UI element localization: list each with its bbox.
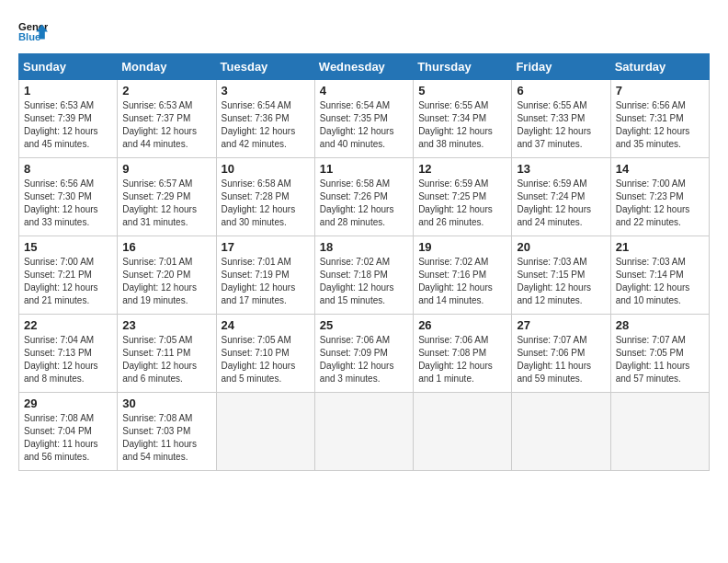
- day-number: 1: [24, 84, 112, 98]
- calendar-cell: 19Sunrise: 7:02 AMSunset: 7:16 PMDayligh…: [414, 236, 512, 315]
- calendar-cell: [414, 393, 512, 471]
- logo: General Blue: [18, 18, 24, 44]
- day-number: 3: [222, 84, 310, 98]
- cell-info: Sunrise: 6:56 AMSunset: 7:31 PMDaylight:…: [616, 99, 704, 151]
- calendar-cell: 24Sunrise: 7:05 AMSunset: 7:10 PMDayligh…: [216, 315, 314, 393]
- page-header: General Blue: [18, 18, 710, 44]
- cell-info: Sunrise: 7:04 AMSunset: 7:13 PMDaylight:…: [24, 334, 112, 385]
- calendar-week-1: 1Sunrise: 6:53 AMSunset: 7:39 PMDaylight…: [19, 80, 710, 158]
- day-number: 17: [222, 240, 310, 254]
- cell-info: Sunrise: 6:53 AMSunset: 7:39 PMDaylight:…: [24, 99, 112, 151]
- cell-info: Sunrise: 7:03 AMSunset: 7:15 PMDaylight:…: [517, 256, 605, 307]
- calendar-table: SundayMondayTuesdayWednesdayThursdayFrid…: [18, 53, 710, 471]
- cell-info: Sunrise: 6:55 AMSunset: 7:33 PMDaylight:…: [517, 99, 605, 151]
- calendar-cell: 8Sunrise: 6:56 AMSunset: 7:30 PMDaylight…: [19, 158, 118, 236]
- day-number: 22: [24, 318, 112, 332]
- cell-info: Sunrise: 7:05 AMSunset: 7:11 PMDaylight:…: [122, 334, 210, 385]
- cell-info: Sunrise: 7:08 AMSunset: 7:04 PMDaylight:…: [24, 412, 112, 464]
- calendar-cell: 10Sunrise: 6:58 AMSunset: 7:28 PMDayligh…: [216, 158, 314, 236]
- calendar-cell: 25Sunrise: 7:06 AMSunset: 7:09 PMDayligh…: [314, 315, 413, 393]
- weekday-header-monday: Monday: [118, 54, 216, 80]
- day-number: 29: [24, 396, 112, 410]
- day-number: 30: [122, 396, 210, 410]
- calendar-cell: 15Sunrise: 7:00 AMSunset: 7:21 PMDayligh…: [19, 236, 118, 315]
- cell-info: Sunrise: 7:01 AMSunset: 7:20 PMDaylight:…: [122, 256, 210, 307]
- cell-info: Sunrise: 7:03 AMSunset: 7:14 PMDaylight:…: [616, 256, 704, 307]
- weekday-header-friday: Friday: [512, 54, 610, 80]
- cell-info: Sunrise: 6:54 AMSunset: 7:35 PMDaylight:…: [320, 99, 408, 151]
- calendar-cell: 11Sunrise: 6:58 AMSunset: 7:26 PMDayligh…: [314, 158, 413, 236]
- calendar-cell: 29Sunrise: 7:08 AMSunset: 7:04 PMDayligh…: [19, 393, 118, 471]
- calendar-week-2: 8Sunrise: 6:56 AMSunset: 7:30 PMDaylight…: [19, 158, 710, 236]
- weekday-header-saturday: Saturday: [610, 54, 709, 80]
- cell-info: Sunrise: 7:01 AMSunset: 7:19 PMDaylight:…: [222, 256, 310, 307]
- cell-info: Sunrise: 7:07 AMSunset: 7:06 PMDaylight:…: [517, 334, 605, 385]
- cell-info: Sunrise: 7:06 AMSunset: 7:09 PMDaylight:…: [320, 334, 408, 385]
- day-number: 9: [122, 162, 210, 176]
- calendar-cell: 18Sunrise: 7:02 AMSunset: 7:18 PMDayligh…: [314, 236, 413, 315]
- cell-info: Sunrise: 7:08 AMSunset: 7:03 PMDaylight:…: [122, 412, 210, 464]
- day-number: 5: [418, 84, 506, 98]
- day-number: 7: [616, 84, 704, 98]
- calendar-cell: 3Sunrise: 6:54 AMSunset: 7:36 PMDaylight…: [216, 80, 314, 158]
- calendar-cell: 28Sunrise: 7:07 AMSunset: 7:05 PMDayligh…: [610, 315, 709, 393]
- calendar-cell: [216, 393, 314, 471]
- day-number: 23: [122, 318, 210, 332]
- cell-info: Sunrise: 7:06 AMSunset: 7:08 PMDaylight:…: [418, 334, 506, 385]
- svg-text:Blue: Blue: [18, 31, 40, 42]
- cell-info: Sunrise: 6:57 AMSunset: 7:29 PMDaylight:…: [122, 178, 210, 229]
- day-number: 2: [122, 84, 210, 98]
- cell-info: Sunrise: 7:05 AMSunset: 7:10 PMDaylight:…: [222, 334, 310, 385]
- day-number: 28: [616, 318, 704, 332]
- day-number: 24: [222, 318, 310, 332]
- calendar-cell: 30Sunrise: 7:08 AMSunset: 7:03 PMDayligh…: [118, 393, 216, 471]
- calendar-cell: 2Sunrise: 6:53 AMSunset: 7:37 PMDaylight…: [118, 80, 216, 158]
- day-number: 27: [517, 318, 605, 332]
- calendar-cell: 20Sunrise: 7:03 AMSunset: 7:15 PMDayligh…: [512, 236, 610, 315]
- calendar-cell: [512, 393, 610, 471]
- day-number: 14: [616, 162, 704, 176]
- day-number: 21: [616, 240, 704, 254]
- calendar-cell: 6Sunrise: 6:55 AMSunset: 7:33 PMDaylight…: [512, 80, 610, 158]
- logo-icon: General Blue: [18, 18, 48, 44]
- cell-info: Sunrise: 6:56 AMSunset: 7:30 PMDaylight:…: [24, 178, 112, 229]
- calendar-cell: 4Sunrise: 6:54 AMSunset: 7:35 PMDaylight…: [314, 80, 413, 158]
- calendar-body: 1Sunrise: 6:53 AMSunset: 7:39 PMDaylight…: [19, 80, 710, 471]
- calendar-week-4: 22Sunrise: 7:04 AMSunset: 7:13 PMDayligh…: [19, 315, 710, 393]
- day-number: 8: [24, 162, 112, 176]
- calendar-cell: [610, 393, 709, 471]
- cell-info: Sunrise: 7:00 AMSunset: 7:23 PMDaylight:…: [616, 178, 704, 229]
- cell-info: Sunrise: 7:07 AMSunset: 7:05 PMDaylight:…: [616, 334, 704, 385]
- day-number: 13: [517, 162, 605, 176]
- weekday-header-tuesday: Tuesday: [216, 54, 314, 80]
- calendar-cell: 9Sunrise: 6:57 AMSunset: 7:29 PMDaylight…: [118, 158, 216, 236]
- calendar-cell: [314, 393, 413, 471]
- day-number: 18: [320, 240, 408, 254]
- calendar-cell: 22Sunrise: 7:04 AMSunset: 7:13 PMDayligh…: [19, 315, 118, 393]
- calendar-header-row: SundayMondayTuesdayWednesdayThursdayFrid…: [19, 54, 710, 80]
- day-number: 11: [320, 162, 408, 176]
- cell-info: Sunrise: 6:55 AMSunset: 7:34 PMDaylight:…: [418, 99, 506, 151]
- cell-info: Sunrise: 6:59 AMSunset: 7:24 PMDaylight:…: [517, 178, 605, 229]
- day-number: 25: [320, 318, 408, 332]
- cell-info: Sunrise: 6:54 AMSunset: 7:36 PMDaylight:…: [222, 99, 310, 151]
- calendar-cell: 27Sunrise: 7:07 AMSunset: 7:06 PMDayligh…: [512, 315, 610, 393]
- calendar-cell: 13Sunrise: 6:59 AMSunset: 7:24 PMDayligh…: [512, 158, 610, 236]
- day-number: 20: [517, 240, 605, 254]
- calendar-week-3: 15Sunrise: 7:00 AMSunset: 7:21 PMDayligh…: [19, 236, 710, 315]
- weekday-header-thursday: Thursday: [414, 54, 512, 80]
- day-number: 15: [24, 240, 112, 254]
- day-number: 19: [418, 240, 506, 254]
- cell-info: Sunrise: 6:59 AMSunset: 7:25 PMDaylight:…: [418, 178, 506, 229]
- calendar-cell: 26Sunrise: 7:06 AMSunset: 7:08 PMDayligh…: [414, 315, 512, 393]
- calendar-cell: 21Sunrise: 7:03 AMSunset: 7:14 PMDayligh…: [610, 236, 709, 315]
- day-number: 26: [418, 318, 506, 332]
- cell-info: Sunrise: 6:58 AMSunset: 7:28 PMDaylight:…: [222, 178, 310, 229]
- calendar-cell: 5Sunrise: 6:55 AMSunset: 7:34 PMDaylight…: [414, 80, 512, 158]
- calendar-cell: 23Sunrise: 7:05 AMSunset: 7:11 PMDayligh…: [118, 315, 216, 393]
- calendar-cell: 12Sunrise: 6:59 AMSunset: 7:25 PMDayligh…: [414, 158, 512, 236]
- calendar-week-5: 29Sunrise: 7:08 AMSunset: 7:04 PMDayligh…: [19, 393, 710, 471]
- weekday-header-sunday: Sunday: [19, 54, 118, 80]
- cell-info: Sunrise: 7:00 AMSunset: 7:21 PMDaylight:…: [24, 256, 112, 307]
- cell-info: Sunrise: 7:02 AMSunset: 7:18 PMDaylight:…: [320, 256, 408, 307]
